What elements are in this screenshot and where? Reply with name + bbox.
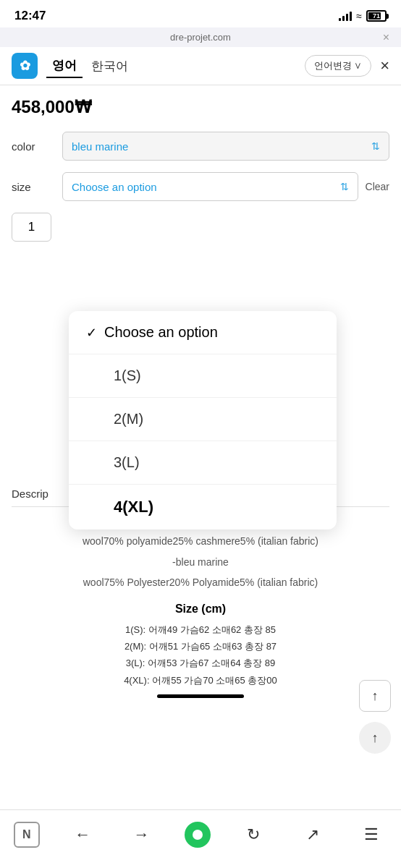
quantity-row: 1	[12, 213, 389, 242]
nav-forward-button[interactable]: →	[126, 819, 158, 851]
dropdown-item-xl[interactable]: 4(XL)	[69, 485, 337, 529]
size-placeholder: Choose an option	[72, 181, 157, 193]
description-label: Descrip	[12, 488, 48, 500]
size-dropdown: ✓ Choose an option 1(S) 2(M) 3(L) 4(XL)	[69, 311, 337, 529]
desc-line-3: wool75% Polyester20% Polyamide5% (italia…	[12, 574, 389, 590]
size-row-2: 3(L): 어깨53 가슴67 소매64 총장 89	[12, 655, 389, 671]
close-button[interactable]: ×	[380, 56, 389, 75]
battery-icon: 71	[366, 10, 387, 22]
dropdown-item-choose[interactable]: ✓ Choose an option	[69, 311, 337, 354]
scroll-up-button[interactable]: ↑	[359, 680, 391, 712]
dropdown-label-choose: Choose an option	[104, 324, 218, 341]
dropdown-label-s: 1(S)	[114, 367, 141, 384]
dropdown-label-m: 2(M)	[114, 411, 143, 427]
bottom-nav: N ← → ↻ ↗ ☰	[0, 809, 401, 868]
nav-n-button[interactable]: N	[14, 822, 40, 848]
tab-bar: ✿ 영어 한국어 언어변경 ∨ ×	[0, 47, 401, 85]
arrow-up-icon-2: ↑	[372, 731, 379, 746]
status-time: 12:47	[14, 9, 46, 23]
size-row-1: 2(M): 어깨51 가슴65 소매63 총장 87	[12, 638, 389, 655]
nav-refresh-button[interactable]: ↻	[237, 819, 269, 851]
home-indicator	[157, 694, 244, 698]
desc-line-2: -bleu marine	[12, 554, 389, 570]
color-select[interactable]: bleu marine ⇅	[62, 132, 389, 161]
language-change-button[interactable]: 언어변경 ∨	[305, 55, 372, 77]
checkmark-icon: ✓	[86, 325, 97, 341]
tab-korean[interactable]: 한국어	[85, 55, 134, 77]
size-label: size	[12, 181, 62, 193]
size-row-3: 4(XL): 어깨55 가슴70 소매65 총장00	[12, 672, 389, 689]
scroll-up-button-2[interactable]: ↑	[359, 722, 391, 754]
size-option-row: size Choose an option ⇅ Clear	[12, 172, 389, 201]
signal-icon	[339, 11, 352, 21]
browser-close-btn[interactable]: ×	[383, 31, 389, 44]
browser-url: dre-projet.com	[170, 32, 231, 43]
dropdown-item-m[interactable]: 2(M)	[69, 398, 337, 441]
color-chevron-icon: ⇅	[371, 140, 380, 152]
size-table: Size (cm) 1(S): 어깨49 가슴62 소매62 총장 85 2(M…	[12, 603, 389, 689]
arrow-up-icon: ↑	[372, 689, 379, 704]
color-label: color	[12, 140, 62, 153]
size-row-0: 1(S): 어깨49 가슴62 소매62 총장 85	[12, 621, 389, 638]
nav-share-button[interactable]: ↗	[297, 819, 329, 851]
quantity-box[interactable]: 1	[12, 213, 51, 242]
color-value: bleu marine	[72, 140, 128, 153]
wifi-icon: ≈	[356, 10, 362, 22]
dropdown-label-xl: 4(XL)	[114, 498, 153, 516]
status-icons: ≈ 71	[339, 10, 387, 22]
size-select[interactable]: Choose an option ⇅	[62, 172, 358, 201]
status-bar: 12:47 ≈ 71	[0, 0, 401, 27]
dropdown-label-l: 3(L)	[114, 454, 140, 471]
nav-home-button[interactable]	[185, 822, 211, 848]
dropdown-item-s[interactable]: 1(S)	[69, 354, 337, 398]
tab-english[interactable]: 영어	[46, 54, 83, 78]
desc-line-1: wool70% polyamide25% cashmere5% (italian…	[12, 533, 389, 549]
nav-back-button[interactable]: ←	[67, 819, 98, 851]
quantity-value: 1	[28, 220, 35, 234]
app-logo: ✿	[12, 53, 38, 79]
nav-menu-button[interactable]: ☰	[355, 819, 387, 851]
size-table-title: Size (cm)	[12, 603, 389, 616]
size-chevron-icon: ⇅	[340, 181, 349, 192]
dropdown-item-l[interactable]: 3(L)	[69, 441, 337, 485]
clear-button[interactable]: Clear	[366, 181, 389, 192]
color-option-row: color bleu marine ⇅	[12, 132, 389, 161]
product-price: 458,000₩	[12, 97, 389, 117]
browser-bar: dre-projet.com ×	[0, 27, 401, 47]
